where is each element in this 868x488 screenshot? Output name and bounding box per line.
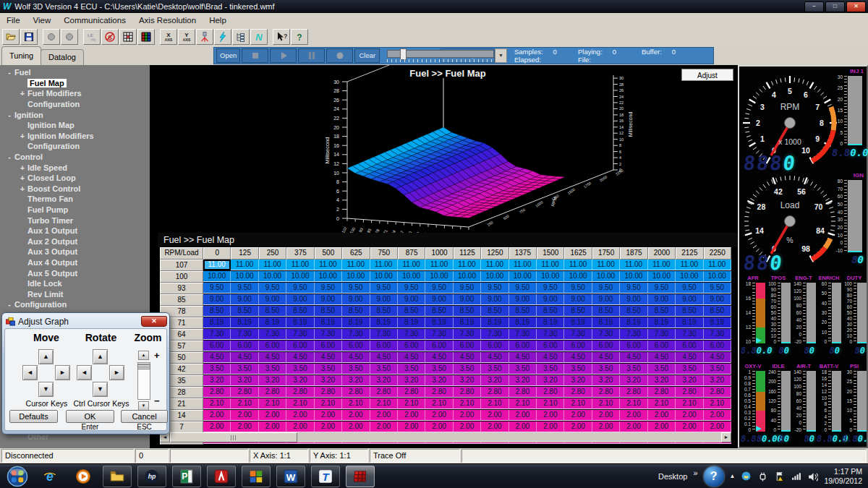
save-file-button[interactable] [20,29,38,45]
fuel-map-cell[interactable]: 6.00 [704,341,731,351]
scrollbar-thumb[interactable] [170,432,297,442]
fuel-map-cell[interactable]: 3.50 [676,364,703,374]
fuel-map-cell[interactable]: 3.50 [537,364,564,374]
fuel-map-cell[interactable]: 2.00 [259,421,286,432]
fuel-map-cell[interactable]: 2.00 [315,421,342,432]
fuel-map-cell[interactable]: 8.50 [203,306,231,317]
crossed-s-button[interactable]: S [101,29,119,45]
fuel-map-cell[interactable]: 2.80 [203,387,231,398]
taskbar-telstra[interactable]: T [311,466,340,487]
fuel-map-cell[interactable]: 6.00 [342,341,370,351]
fuel-map-cell[interactable]: 2.00 [342,410,370,421]
fuel-map-cell[interactable]: 2.80 [620,387,647,398]
fuel-map-cell[interactable]: 2.00 [564,410,592,421]
fuel-map-cell[interactable]: 10.00 [259,271,286,282]
fuel-map-cell[interactable]: 8.19 [537,317,564,328]
open-log-button[interactable]: Open Log [216,48,240,63]
fuel-map-cell[interactable]: 9.00 [259,294,286,305]
fuel-map-cell[interactable]: 3.20 [704,375,731,386]
fuel-map-cell[interactable]: 2.80 [315,387,342,398]
fuel-map-cell[interactable]: 8.50 [286,306,314,317]
fuel-map-cell[interactable]: 2.00 [425,421,453,432]
fuel-map-cell[interactable]: 2.00 [342,421,370,432]
fuel-map-cell[interactable]: 9.50 [425,283,453,294]
fuel-map-cell[interactable]: 9.00 [564,294,592,305]
tray-app-icon[interactable] [741,471,752,481]
fuel-map-cell[interactable]: 8.19 [286,317,314,328]
fuel-map-cell[interactable]: 4.50 [481,352,509,363]
fuel-map-cell[interactable]: 2.80 [704,387,731,398]
fuel-map-cell[interactable]: 9.00 [315,294,342,305]
fuel-map-cell[interactable]: 4.50 [425,352,453,363]
fuel-map-cell[interactable]: 7.30 [676,329,703,340]
fuel-map-cell[interactable]: 3.20 [370,375,398,386]
sidebar-item-control[interactable]: -Control [0,152,150,163]
fuel-map-cell[interactable]: 11.00 [286,260,314,270]
sidebar-item-ignition[interactable]: -Ignition [0,109,150,120]
sidebar-item-configuration[interactable]: Configuration [0,141,150,152]
fuel-map-cell[interactable]: 8.19 [564,317,592,328]
fuel-map-cell[interactable]: 3.50 [231,364,258,374]
fuel-map-cell[interactable]: 2.00 [620,410,647,421]
sidebar-item-aux-4-output[interactable]: Aux 4 Output [0,257,150,268]
fuel-map-cell[interactable]: 4.50 [454,352,481,363]
fuel-map-cell[interactable]: 2.10 [398,398,425,409]
fuel-map-cell[interactable]: 7.30 [259,329,286,340]
fuel-map-cell[interactable]: 7.30 [203,329,231,340]
fuel-map-cell[interactable]: 2.00 [481,410,509,421]
taskbar-wolf[interactable] [346,466,375,487]
fuel-map-cell[interactable]: 6.00 [425,341,453,351]
tray-volume-icon[interactable] [807,471,818,481]
fuel-map-cell[interactable]: 3.50 [454,364,481,374]
fuel-map-cell[interactable]: 2.10 [676,398,703,409]
fuel-map-cell[interactable]: 9.50 [398,283,425,294]
fuel-map-cell[interactable]: 7.30 [370,329,398,340]
open-file-button[interactable] [2,29,20,45]
fuel-map-cell[interactable]: 3.20 [537,375,564,386]
fuel-map-cell[interactable]: 3.20 [398,375,425,386]
spark-plug-button[interactable] [196,29,213,45]
fuel-map-cell[interactable]: 2.10 [231,398,258,409]
playback-slider[interactable] [386,48,435,64]
sidebar-item-aux-2-output[interactable]: Aux 2 Output [0,236,150,247]
fuel-map-cell[interactable]: 3.50 [620,364,647,374]
help-button[interactable]: ? [291,29,308,45]
sidebar-item-ignition-map[interactable]: Ignition Map [0,120,150,131]
tab-tuning[interactable]: Tuning [1,46,41,65]
fuel-map-cell[interactable]: 8.50 [676,306,703,317]
fuel-map-cell[interactable]: 8.19 [676,317,703,328]
fuel-map-cell[interactable]: 3.50 [398,364,425,374]
fuel-map-cell[interactable]: 6.00 [564,341,592,351]
fuel-map-cell[interactable]: 9.00 [454,294,481,305]
fuel-map-cell[interactable]: 6.00 [203,341,231,351]
fuel-map-cell[interactable]: 2.80 [564,387,592,398]
fuel-map-cell[interactable]: 2.10 [370,398,398,409]
fuel-map-cell[interactable]: 2.00 [592,421,620,432]
fuel-map-cell[interactable]: 10.00 [537,271,564,282]
fuel-map-cell[interactable]: 6.00 [315,341,342,351]
rotate-up-button[interactable]: ▲ [93,349,108,364]
rotate-left-button[interactable]: ◄ [77,365,92,380]
fuel-map-cell[interactable]: 3.20 [286,375,314,386]
fuel-map-cell[interactable]: 2.10 [481,398,509,409]
fuel-map-cell[interactable]: 9.00 [676,294,703,305]
fuel-map-cell[interactable]: 9.50 [315,283,342,294]
normalize-button[interactable]: N [250,29,268,45]
sidebar-item-configuration[interactable]: Configuration [0,99,150,110]
fuel-map-cell[interactable]: 8.19 [425,317,453,328]
fuel-map-cell[interactable]: 2.10 [564,398,592,409]
fuel-map-cell[interactable]: 8.19 [203,317,231,328]
fuel-map-cell[interactable]: 3.20 [231,375,258,386]
fuel-map-cell[interactable]: 11.00 [592,260,620,270]
fuel-map-cell[interactable]: 2.80 [592,387,620,398]
fuel-map-cell[interactable]: 4.50 [315,352,342,363]
fuel-map-cell[interactable]: 2.10 [537,398,564,409]
expand-icon[interactable]: + [17,89,27,98]
fuel-map-cell[interactable]: 4.50 [203,352,231,363]
fuel-map-cell[interactable]: 3.20 [648,375,676,386]
fuel-map-cell[interactable]: 7.30 [315,329,342,340]
fuel-map-cell[interactable]: 11.00 [231,260,258,270]
fuel-map-cell[interactable]: 3.20 [259,375,286,386]
fuel-map-cell[interactable]: 7.30 [398,329,425,340]
fuel-map-cell[interactable]: 8.50 [648,306,676,317]
